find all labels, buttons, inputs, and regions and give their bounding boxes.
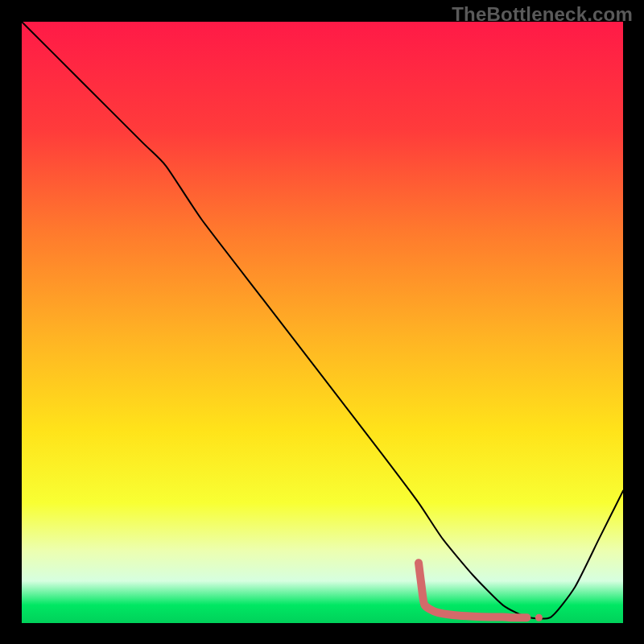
plot-area [22,22,623,623]
dot-1 [535,614,543,621]
chart-container: TheBottleneck.com [0,0,644,644]
chart-svg [22,22,623,623]
